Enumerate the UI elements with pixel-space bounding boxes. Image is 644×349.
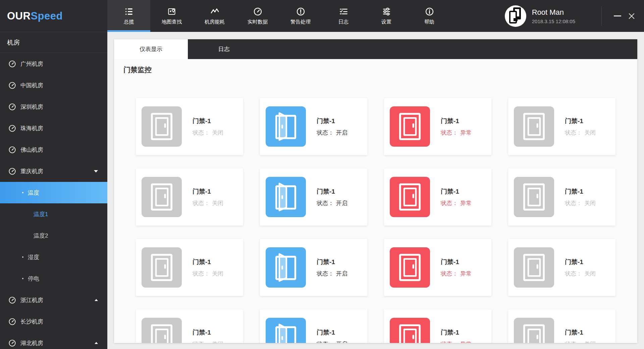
door-card-abnormal[interactable]: 门禁-1状态：异常 <box>384 309 491 343</box>
tab-gauge-display[interactable]: 仪表显示 <box>114 39 188 59</box>
card-text: 门禁-1状态：关闭 <box>193 117 223 137</box>
nav-item-energy[interactable]: 机房能耗 <box>193 0 236 32</box>
status-value: 开启 <box>336 130 347 136</box>
nav-item-alert[interactable]: 警告处理 <box>279 0 322 32</box>
overview-icon <box>124 7 133 16</box>
door-closed-icon <box>142 177 182 217</box>
status-label: 状态： <box>565 130 582 136</box>
close-button[interactable] <box>625 9 639 23</box>
door-card-abnormal[interactable]: 门禁-1状态：异常 <box>384 98 491 155</box>
minimize-button[interactable] <box>610 9 625 23</box>
door-card-closed[interactable]: 门禁-1状态：关闭 <box>136 168 243 226</box>
sidebar-item-深圳机房[interactable]: 深圳机房 <box>0 96 107 117</box>
status-label: 状态： <box>565 341 582 343</box>
card-title: 门禁-1 <box>441 258 472 266</box>
sidebar-item-湖北机房[interactable]: 湖北机房 <box>0 332 107 349</box>
arrow-up-icon[interactable] <box>95 299 98 301</box>
card-status: 状态：关闭 <box>193 199 223 207</box>
nav-item-help[interactable]: 帮助 <box>408 0 451 32</box>
door-card-closed[interactable]: 门禁-1状态：关闭 <box>508 309 615 343</box>
card-title: 门禁-1 <box>193 328 223 337</box>
sidebar-item-中国机房[interactable]: 中国机房 <box>0 74 107 96</box>
card-status: 状态：关闭 <box>565 340 596 343</box>
card-text: 门禁-1状态：开启 <box>317 187 347 207</box>
door-card-closed[interactable]: 门禁-1状态：关闭 <box>136 309 243 343</box>
card-status: 状态：关闭 <box>193 129 223 137</box>
main-area: 仪表显示 日志 门禁监控 门禁-1状态：关闭门禁-1状态：开启门禁-1状态：异常… <box>107 32 644 349</box>
status-label: 状态： <box>441 270 458 277</box>
card-text: 门禁-1状态：异常 <box>441 328 472 343</box>
status-label: 状态： <box>441 200 458 206</box>
card-text: 门禁-1状态：开启 <box>317 117 347 137</box>
nav-item-map-search[interactable]: 地图查找 <box>150 0 193 32</box>
door-card-closed[interactable]: 门禁-1状态：关闭 <box>508 98 615 155</box>
sidebar-item-广州机房[interactable]: 广州机房 <box>0 53 107 74</box>
status-label: 状态： <box>441 341 458 343</box>
nav-item-label: 日志 <box>338 19 348 25</box>
status-label: 状态： <box>317 270 334 277</box>
card-status: 状态：开启 <box>317 340 347 343</box>
door-card-abnormal[interactable]: 门禁-1状态：异常 <box>384 239 491 296</box>
sidebar-item-浙江机房[interactable]: 浙江机房 <box>0 289 107 311</box>
app-logo: OURSpeed <box>0 0 107 32</box>
status-label: 状态： <box>193 130 210 136</box>
card-title: 门禁-1 <box>441 117 472 126</box>
door-card-open[interactable]: 门禁-1状态：开启 <box>260 309 367 343</box>
sidebar-item-label: 温度1 <box>34 210 48 218</box>
card-title: 门禁-1 <box>193 258 223 266</box>
door-card-closed[interactable]: 门禁-1状态：关闭 <box>508 239 615 296</box>
user-info: Root Man 2018.3.15 12:08:05 <box>532 8 575 24</box>
door-card-closed[interactable]: 门禁-1状态：关闭 <box>136 239 243 296</box>
sidebar-item-佛山机房[interactable]: 佛山机房 <box>0 139 107 160</box>
card-text: 门禁-1状态：关闭 <box>193 258 223 278</box>
tab-logs[interactable]: 日志 <box>188 39 260 59</box>
door-card-closed[interactable]: 门禁-1状态：关闭 <box>508 168 615 226</box>
nav-item-overview[interactable]: 总揽 <box>107 0 150 32</box>
sidebar-item-label: 深圳机房 <box>20 103 43 111</box>
sidebar: 机房 广州机房中国机房深圳机房珠海机房佛山机房重庆机房温度温度1温度2湿度停电浙… <box>0 32 107 349</box>
card-text: 门禁-1状态：关闭 <box>565 258 596 278</box>
door-card-open[interactable]: 门禁-1状态：开启 <box>260 98 367 155</box>
card-status: 状态：关闭 <box>565 199 596 207</box>
status-value: 关闭 <box>584 270 596 277</box>
avatar[interactable] <box>505 5 526 27</box>
card-title: 门禁-1 <box>565 328 596 337</box>
card-text: 门禁-1状态：关闭 <box>565 117 596 137</box>
arrow-down-icon[interactable] <box>94 170 98 172</box>
card-title: 门禁-1 <box>193 117 223 126</box>
sidebar-item-停电[interactable]: 停电 <box>0 268 107 289</box>
arrow-up-icon[interactable] <box>95 342 98 344</box>
logo-accent: Speed <box>31 10 63 22</box>
nav-item-realtime-gauge[interactable]: 实时数据 <box>236 0 279 32</box>
status-label: 状态： <box>317 130 334 136</box>
sidebar-item-重庆机房[interactable]: 重庆机房 <box>0 160 107 182</box>
nav-item-label: 机房能耗 <box>205 19 225 25</box>
door-open-icon <box>266 177 306 217</box>
help-icon <box>425 7 434 16</box>
sidebar-item-温度2[interactable]: 温度2 <box>0 225 107 246</box>
nav-item-settings[interactable]: 设置 <box>365 0 408 32</box>
door-card-closed[interactable]: 门禁-1状态：关闭 <box>136 98 243 155</box>
door-card-open[interactable]: 门禁-1状态：开启 <box>260 168 367 226</box>
card-text: 门禁-1状态：关闭 <box>565 328 596 343</box>
card-text: 门禁-1状态：异常 <box>441 187 472 207</box>
gauge-icon <box>8 339 20 347</box>
status-value: 异常 <box>460 130 472 136</box>
sidebar-item-珠海机房[interactable]: 珠海机房 <box>0 117 107 139</box>
card-status: 状态：开启 <box>317 199 347 207</box>
sidebar-item-温度1[interactable]: 温度1 <box>0 203 107 225</box>
status-value: 关闭 <box>584 200 596 206</box>
card-text: 门禁-1状态：关闭 <box>193 328 223 343</box>
sidebar-item-温度[interactable]: 温度 <box>0 182 107 203</box>
card-status: 状态：关闭 <box>193 340 223 343</box>
door-card-open[interactable]: 门禁-1状态：开启 <box>260 239 367 296</box>
door-card-abnormal[interactable]: 门禁-1状态：异常 <box>384 168 491 226</box>
door-open-icon <box>266 247 306 288</box>
nav-item-label: 帮助 <box>424 19 434 25</box>
sidebar-item-湿度[interactable]: 湿度 <box>0 246 107 268</box>
gauge-icon <box>8 82 20 89</box>
gauge-icon <box>8 60 20 68</box>
sidebar-item-长沙机房[interactable]: 长沙机房 <box>0 311 107 332</box>
nav-item-logs[interactable]: 日志 <box>322 0 365 32</box>
door-closed-icon <box>142 106 182 147</box>
